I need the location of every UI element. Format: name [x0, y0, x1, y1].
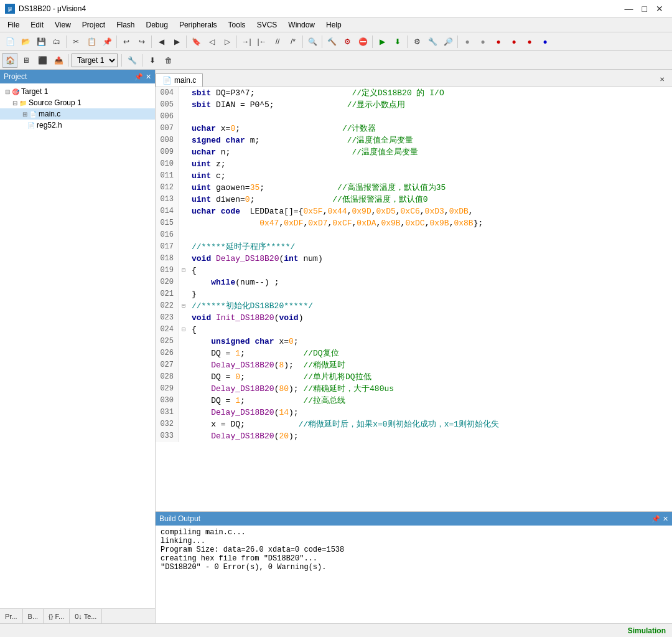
new-file-button[interactable]: 📄: [2, 34, 17, 49]
flash-erase-button[interactable]: 🗑: [161, 53, 176, 68]
maximize-button[interactable]: □: [638, 2, 651, 15]
fold-marker[interactable]: ⊟: [179, 265, 188, 276]
warn-button[interactable]: ●: [522, 34, 537, 49]
pause-button[interactable]: ●: [475, 34, 490, 49]
build-pin-icon[interactable]: 📌: [651, 515, 660, 523]
code-line: 012uint gaowen=35; //高温报警温度，默认值为35: [156, 182, 672, 194]
source-group-folder-icon: 📁: [19, 100, 27, 106]
bookmark-prev-button[interactable]: ◁: [204, 34, 219, 49]
code-editor[interactable]: 004sbit DQ=P3^7; //定义DS18B20 的 I/O005sbi…: [156, 87, 672, 511]
paste-button[interactable]: 📌: [100, 34, 114, 49]
editor-tabs: 📄 main.c ✕: [156, 70, 672, 87]
chip-icon-button[interactable]: ⬛: [35, 53, 50, 68]
comment-button[interactable]: //: [270, 34, 285, 49]
cpu-icon-button[interactable]: 🖥: [19, 53, 34, 68]
menu-item-view[interactable]: View: [50, 19, 76, 31]
forward-button[interactable]: ▶: [169, 34, 184, 49]
uncomment-button[interactable]: /*: [286, 34, 301, 49]
line-number: 011: [156, 170, 179, 182]
build-button[interactable]: 🔨: [324, 34, 339, 49]
panel-tab-b---[interactable]: B...: [23, 609, 44, 623]
run-button[interactable]: ●: [460, 34, 475, 49]
tools-button[interactable]: 🔧: [425, 34, 440, 49]
indent-button[interactable]: →|: [239, 34, 254, 49]
line-number: 031: [156, 407, 179, 418]
code-content: //*****延时子程序*****/: [188, 241, 295, 253]
back-button[interactable]: ◀: [154, 34, 169, 49]
unindent-button[interactable]: |←: [254, 34, 269, 49]
search2-button[interactable]: 🔎: [441, 34, 455, 49]
code-line: 031 Delay_DS18B20(14);: [156, 407, 672, 418]
tab-file-icon: 📄: [162, 76, 172, 85]
menu-item-tools[interactable]: Tools: [223, 19, 251, 31]
tree-item-reg52-h[interactable]: 📄 reg52.h: [0, 120, 155, 131]
pin-icon[interactable]: 📌: [134, 73, 143, 81]
code-content: {: [188, 324, 197, 336]
window-controls[interactable]: — □ ✕: [621, 2, 667, 15]
menu-item-debug[interactable]: Debug: [141, 19, 173, 31]
tree-item-main-c[interactable]: ⊞ 📄 main.c: [0, 108, 155, 120]
fold-marker[interactable]: ⊟: [179, 324, 188, 336]
debug-button[interactable]: ▶: [375, 34, 390, 49]
toolbar2: 🏠 🖥 ⬛ 📤 Target 1 🔧 ⬇ 🗑: [0, 51, 672, 70]
bookmark-next-button[interactable]: ▷: [220, 34, 235, 49]
line-number: 028: [156, 371, 179, 383]
rebuild-button[interactable]: ⚙: [340, 34, 355, 49]
main-c-label: main.c: [39, 110, 60, 118]
menu-item-help[interactable]: Help: [321, 19, 347, 31]
code-line: 011uint c;: [156, 170, 672, 182]
panel-tab----f---[interactable]: {} F...: [44, 609, 70, 623]
find-button[interactable]: 🔍: [305, 34, 320, 49]
info-button[interactable]: ●: [538, 34, 553, 49]
panel-tab-pr---[interactable]: Pr...: [0, 609, 23, 623]
target-select[interactable]: Target 1: [72, 54, 118, 67]
save-all-button[interactable]: 🗂: [49, 34, 64, 49]
project-icon-button[interactable]: 🏠: [2, 53, 17, 68]
code-line: 018void Delay_DS18B20(int num): [156, 253, 672, 265]
redo-button[interactable]: ↪: [134, 34, 149, 49]
fold-marker[interactable]: ⊟: [179, 300, 188, 312]
close-button[interactable]: ✕: [652, 2, 667, 15]
stop-button[interactable]: ⛔: [355, 34, 370, 49]
download-button[interactable]: ⬇: [390, 34, 405, 49]
line-number: 021: [156, 288, 179, 300]
panel-close-icon[interactable]: ✕: [146, 73, 151, 81]
project-panel: Project 📌 ✕ ⊟ 🎯 Target 1 ⊟ 📁 Source Grou…: [0, 70, 156, 623]
output-icon-button[interactable]: 📤: [51, 53, 66, 68]
settings-button[interactable]: ⚙: [409, 34, 424, 49]
menu-item-project[interactable]: Project: [77, 19, 110, 31]
line-number: 013: [156, 194, 179, 205]
menu-item-flash[interactable]: Flash: [111, 19, 139, 31]
undo-button[interactable]: ↩: [119, 34, 134, 49]
editor-close-button[interactable]: ✕: [655, 72, 670, 87]
line-number: 032: [156, 418, 179, 430]
tree-item-target1[interactable]: ⊟ 🎯 Target 1: [0, 86, 155, 97]
line-number: 010: [156, 158, 179, 170]
cut-button[interactable]: ✂: [68, 34, 83, 49]
line-number: 012: [156, 182, 179, 194]
editor-tab-main-c[interactable]: 📄 main.c: [156, 73, 203, 87]
bookmark-button[interactable]: 🔖: [189, 34, 203, 49]
flash-download-button[interactable]: ⬇: [145, 53, 160, 68]
reg52-file-icon: 📄: [27, 122, 35, 129]
open-button[interactable]: 📂: [18, 34, 33, 49]
build-close-icon[interactable]: ✕: [663, 515, 668, 523]
panel-tab-0--te---[interactable]: 0↓ Te...: [70, 609, 102, 623]
tree-item-source-group1[interactable]: ⊟ 📁 Source Group 1: [0, 97, 155, 108]
manage-button[interactable]: 🔧: [124, 53, 139, 68]
menu-item-svcs[interactable]: SVCS: [252, 19, 282, 31]
code-line: 025 unsigned char x=0;: [156, 336, 672, 347]
build-output-content[interactable]: compiling main.c...linking...Program Siz…: [156, 526, 672, 623]
code-content: DQ = 1; //拉高总线: [188, 395, 345, 407]
save-button[interactable]: 💾: [34, 34, 49, 49]
menu-item-edit[interactable]: Edit: [26, 19, 49, 31]
stop2-button[interactable]: ●: [491, 34, 506, 49]
code-line: 022⊟//*****初始化DS18B20*****/: [156, 300, 672, 312]
menu-item-peripherals[interactable]: Peripherals: [174, 19, 222, 31]
menu-item-window[interactable]: Window: [283, 19, 320, 31]
copy-button[interactable]: 📋: [84, 34, 99, 49]
menu-item-file[interactable]: File: [2, 19, 24, 31]
minimize-button[interactable]: —: [621, 2, 637, 15]
error-button[interactable]: ●: [506, 34, 521, 49]
code-content: uchar code LEDData[]={0x5F,0x44,0x9D,0xD…: [188, 205, 474, 217]
